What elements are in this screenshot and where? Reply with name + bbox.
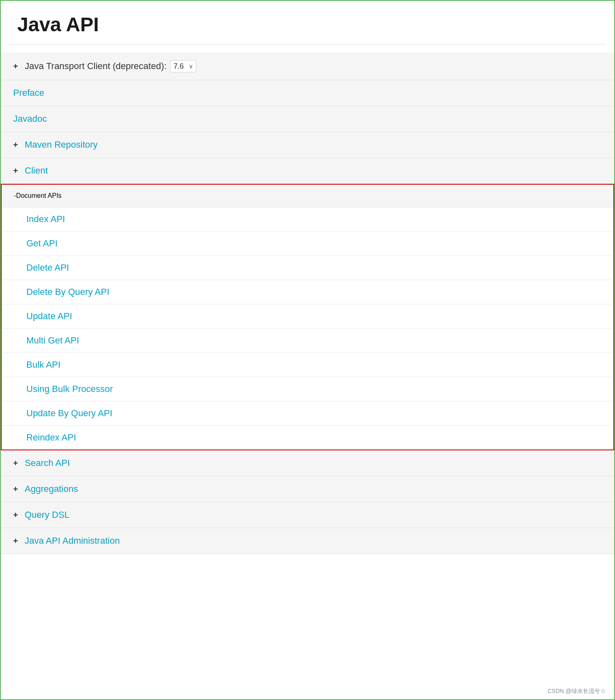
query-dsl-toggle: + [13,510,20,520]
nav-container: + Java Transport Client (deprecated): 7.… [1,53,614,554]
transport-client-label: Java Transport Client (deprecated): [25,61,167,72]
version-selector: 7.6 7.5 7.4 7.3 [170,60,196,72]
search-api-section: + Search API [1,450,614,476]
java-api-admin-label: Java API Administration [25,535,120,546]
preface-link[interactable]: Preface [1,80,614,106]
version-select[interactable]: 7.6 7.5 7.4 7.3 [170,60,196,72]
java-api-admin-header[interactable]: + Java API Administration [1,528,614,554]
query-dsl-section: + Query DSL [1,502,614,528]
bulk-api-link[interactable]: Bulk API [2,353,613,377]
transport-client-section: + Java Transport Client (deprecated): 7.… [1,53,614,80]
delete-by-query-api-link[interactable]: Delete By Query API [2,280,613,304]
aggregations-header[interactable]: + Aggregations [1,476,614,502]
footer-label: CSDN @绿水长流兮☆ [548,688,606,695]
client-header[interactable]: + Client [1,158,614,183]
using-bulk-processor-link[interactable]: Using Bulk Processor [2,377,613,401]
update-api-link[interactable]: Update API [2,304,613,329]
document-apis-label: Document APIs [16,192,61,199]
aggregations-label: Aggregations [25,484,78,494]
maven-repository-section: + Maven Repository [1,132,614,158]
update-by-query-api-link[interactable]: Update By Query API [2,401,613,426]
index-api-link[interactable]: Index API [2,207,613,232]
search-api-toggle: + [13,459,20,468]
document-apis-header[interactable]: - Document APIs [2,185,613,207]
document-apis-section: - Document APIs Index API Get API Delete… [1,184,614,450]
client-label: Client [25,165,48,176]
java-api-admin-section: + Java API Administration [1,528,614,554]
query-dsl-label: Query DSL [25,510,70,520]
reindex-api-link[interactable]: Reindex API [2,426,613,450]
transport-client-header[interactable]: + Java Transport Client (deprecated): 7.… [1,53,614,80]
title-divider [9,44,606,44]
transport-client-toggle: + [13,62,20,71]
query-dsl-header[interactable]: + Query DSL [1,502,614,528]
maven-repository-label: Maven Repository [25,139,97,150]
page-title: Java API [1,1,614,44]
delete-api-link[interactable]: Delete API [2,256,613,280]
get-api-link[interactable]: Get API [2,232,613,256]
java-api-admin-toggle: + [13,536,20,546]
version-select-wrapper: 7.6 7.5 7.4 7.3 [170,60,196,72]
maven-repository-header[interactable]: + Maven Repository [1,132,614,158]
multi-get-api-link[interactable]: Multi Get API [2,329,613,353]
aggregations-toggle: + [13,484,20,494]
aggregations-section: + Aggregations [1,476,614,502]
javadoc-link[interactable]: Javadoc [1,106,614,132]
client-section: + Client [1,158,614,184]
client-toggle: + [13,166,20,176]
search-api-header[interactable]: + Search API [1,450,614,476]
search-api-label: Search API [25,458,70,468]
document-apis-sub-items: Index API Get API Delete API Delete By Q… [2,207,613,450]
maven-repository-toggle: + [13,140,20,150]
